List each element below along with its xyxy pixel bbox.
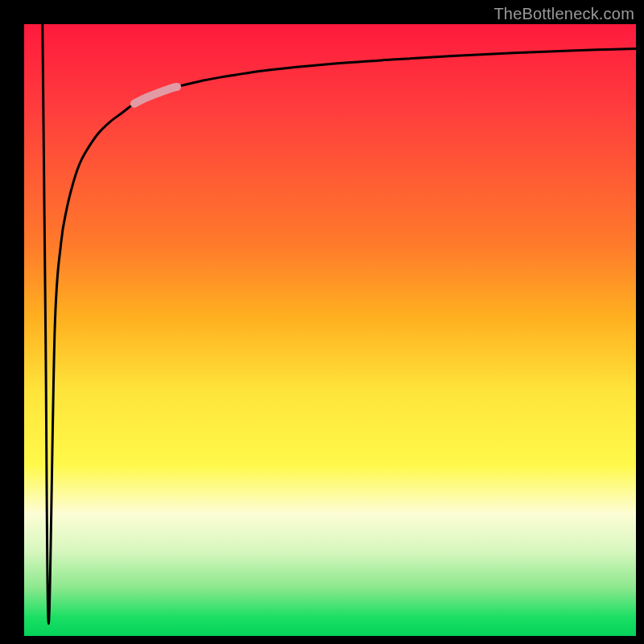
chart-svg xyxy=(24,24,636,636)
chart-frame: TheBottleneck.com xyxy=(0,0,644,644)
plot-area xyxy=(24,24,636,636)
bottleneck-curve-main xyxy=(43,24,636,624)
attribution-label: TheBottleneck.com xyxy=(493,5,634,23)
bottleneck-curve-highlight xyxy=(134,87,177,104)
